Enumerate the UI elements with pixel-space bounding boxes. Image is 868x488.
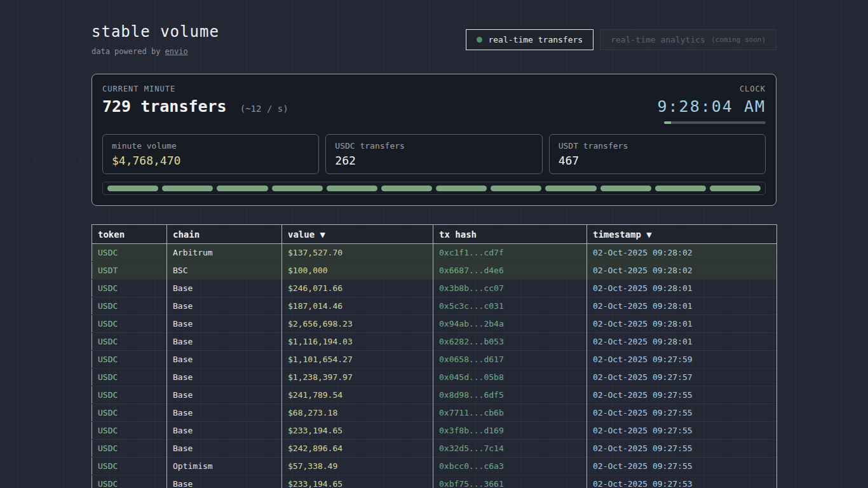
activity-segment xyxy=(107,186,158,191)
table-row: USDCBase$233,194.650xbf75...366102-Oct-2… xyxy=(92,475,777,488)
cell-tx_hash[interactable]: 0xbcc0...c6a3 xyxy=(433,458,587,475)
cell-tx_hash[interactable]: 0x8d98...6df5 xyxy=(433,386,587,404)
activity-segment xyxy=(710,186,761,191)
cell-token: USDC xyxy=(92,315,167,333)
activity-segment xyxy=(272,186,323,191)
table-header-row: tokenchainvalue ▼tx hashtimestamp ▼ xyxy=(92,225,777,244)
cell-chain: Base xyxy=(167,475,282,488)
cell-value: $137,527.70 xyxy=(282,244,433,262)
cell-chain: Base xyxy=(167,351,282,369)
powered-by: data powered by envio xyxy=(92,47,219,56)
column-header-value[interactable]: value ▼ xyxy=(282,225,433,244)
clock-time: 9:28:04 AM xyxy=(657,97,766,116)
activity-segment xyxy=(436,186,487,191)
table-row: USDCArbitrum$137,527.700xc1f1...cd7f02-O… xyxy=(92,244,777,262)
cell-value: $1,238,397.97 xyxy=(282,369,433,386)
cell-token: USDC xyxy=(92,440,167,458)
cell-tx_hash[interactable]: 0x6687...d4e6 xyxy=(433,262,587,280)
current-minute-label: CURRENT MINUTE xyxy=(102,85,288,93)
cell-chain: Optimism xyxy=(167,458,282,475)
cell-timestamp: 02-Oct-2025 09:28:01 xyxy=(587,333,777,351)
cell-token: USDC xyxy=(92,369,167,386)
page-header: stable volume data powered by envio real… xyxy=(92,0,776,56)
cell-token: USDC xyxy=(92,244,167,262)
stat-label: USDC transfers xyxy=(335,141,532,151)
stat-value: $4,768,470 xyxy=(112,154,309,167)
cell-value: $1,116,194.03 xyxy=(282,333,433,351)
table-row: USDCBase$242,896.640x32d5...7c1402-Oct-2… xyxy=(92,440,777,458)
cell-tx_hash[interactable]: 0x3f8b...d169 xyxy=(433,422,587,440)
cell-value: $246,071.66 xyxy=(282,280,433,297)
title-block: stable volume data powered by envio xyxy=(92,23,219,56)
cell-timestamp: 02-Oct-2025 09:28:02 xyxy=(587,244,777,262)
cell-chain: Base xyxy=(167,422,282,440)
activity-segment xyxy=(327,186,377,191)
minute-progress-fill xyxy=(664,121,671,124)
cell-timestamp: 02-Oct-2025 09:28:01 xyxy=(587,315,777,333)
cell-timestamp: 02-Oct-2025 09:28:02 xyxy=(587,262,777,280)
column-header-tx_hash: tx hash xyxy=(433,225,587,244)
activity-segment xyxy=(491,186,541,191)
cell-value: $100,000 xyxy=(282,262,433,280)
cell-value: $233,194.65 xyxy=(282,422,433,440)
cell-timestamp: 02-Oct-2025 09:27:55 xyxy=(587,422,777,440)
cell-timestamp: 02-Oct-2025 09:28:01 xyxy=(587,280,777,297)
stat-label: USDT transfers xyxy=(559,141,756,151)
current-minute-panel: CURRENT MINUTE 729 transfers (~12 / s) C… xyxy=(92,74,776,206)
stat-label: minute volume xyxy=(112,141,309,151)
table-row: USDTBSC$100,0000x6687...d4e602-Oct-2025 … xyxy=(92,262,777,280)
column-header-token: token xyxy=(92,225,167,244)
cell-tx_hash[interactable]: 0x3b8b...cc07 xyxy=(433,280,587,297)
cell-tx_hash[interactable]: 0x0658...d617 xyxy=(433,351,587,369)
cell-tx_hash[interactable]: 0x5c3c...c031 xyxy=(433,297,587,315)
page: stable volume data powered by envio real… xyxy=(92,0,776,488)
current-minute-block: CURRENT MINUTE 729 transfers (~12 / s) xyxy=(102,85,288,116)
clock-label: CLOCK xyxy=(740,85,766,93)
cell-chain: Base xyxy=(167,386,282,404)
tab-label: real-time analytics xyxy=(611,35,705,44)
activity-segment xyxy=(217,186,268,191)
table-row: USDCBase$187,014.460x5c3c...c03102-Oct-2… xyxy=(92,297,777,315)
table-row: USDCBase$1,116,194.030x6282...b05302-Oct… xyxy=(92,333,777,351)
cell-tx_hash[interactable]: 0x32d5...7c14 xyxy=(433,440,587,458)
cell-token: USDC xyxy=(92,458,167,475)
cell-timestamp: 02-Oct-2025 09:27:55 xyxy=(587,386,777,404)
cell-tx_hash[interactable]: 0xbf75...3661 xyxy=(433,475,587,488)
cell-value: $241,789.54 xyxy=(282,386,433,404)
stat-usdc-transfers: USDC transfers 262 xyxy=(325,134,542,174)
cell-tx_hash[interactable]: 0x7711...cb6b xyxy=(433,404,587,422)
cell-chain: Base xyxy=(167,404,282,422)
stats-row: minute volume $4,768,470 USDC transfers … xyxy=(102,134,766,174)
cell-timestamp: 02-Oct-2025 09:27:57 xyxy=(587,369,777,386)
stat-value: 467 xyxy=(559,154,756,167)
coming-soon-note: (coming soon) xyxy=(711,36,766,44)
cell-tx_hash[interactable]: 0xc1f1...cd7f xyxy=(433,244,587,262)
cell-chain: Base xyxy=(167,280,282,297)
cell-timestamp: 02-Oct-2025 09:27:55 xyxy=(587,440,777,458)
activity-segment xyxy=(600,186,651,191)
envio-link[interactable]: envio xyxy=(165,47,188,56)
cell-value: $187,014.46 xyxy=(282,297,433,315)
activity-segment xyxy=(162,186,213,191)
table-row: USDCBase$233,194.650x3f8b...d16902-Oct-2… xyxy=(92,422,777,440)
transfers-rate: (~12 / s) xyxy=(240,104,288,114)
minute-segments xyxy=(102,182,766,195)
cell-tx_hash[interactable]: 0x94ab...2b4a xyxy=(433,315,587,333)
activity-segment xyxy=(655,186,706,191)
cell-value: $2,656,698.23 xyxy=(282,315,433,333)
cell-timestamp: 02-Oct-2025 09:27:59 xyxy=(587,351,777,369)
column-header-timestamp[interactable]: timestamp ▼ xyxy=(587,225,777,244)
cell-value: $1,101,654.27 xyxy=(282,351,433,369)
cell-tx_hash[interactable]: 0x6282...b053 xyxy=(433,333,587,351)
live-dot-icon xyxy=(477,37,482,43)
cell-timestamp: 02-Oct-2025 09:27:53 xyxy=(587,475,777,488)
cell-tx_hash[interactable]: 0x045d...05b8 xyxy=(433,369,587,386)
tab-realtime-transfers[interactable]: real-time transfers xyxy=(466,29,593,50)
cell-chain: Base xyxy=(167,315,282,333)
cell-token: USDC xyxy=(92,386,167,404)
table-row: USDCOptimism$57,338.490xbcc0...c6a302-Oc… xyxy=(92,458,777,475)
table-row: USDCBase$246,071.660x3b8b...cc0702-Oct-2… xyxy=(92,280,777,297)
transfers-count-line: 729 transfers (~12 / s) xyxy=(102,97,288,116)
page-title: stable volume xyxy=(92,23,219,41)
cell-token: USDC xyxy=(92,422,167,440)
